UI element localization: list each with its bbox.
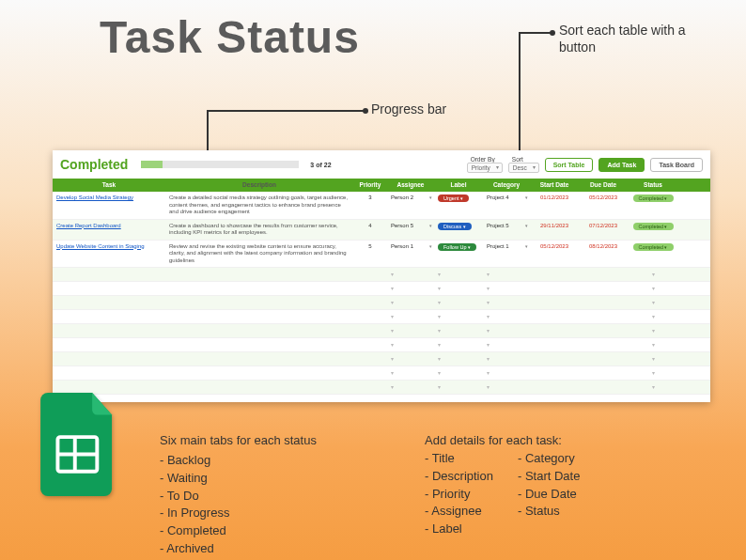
callout-sort: Sort each table with a button bbox=[559, 23, 691, 55]
table-row-empty[interactable]: ▾▾▾▾ bbox=[53, 282, 710, 296]
order-by-label: Order By bbox=[471, 156, 503, 163]
sort-dir-select[interactable]: Desc bbox=[508, 163, 539, 173]
task-priority[interactable]: 3 bbox=[353, 192, 387, 219]
col-due-date: Due Date bbox=[579, 179, 628, 192]
task-due-date[interactable]: 07/12/2023 bbox=[579, 220, 628, 240]
tab-list-item: - Backlog bbox=[160, 452, 317, 470]
detail-item: - Due Date bbox=[518, 486, 580, 504]
tabs-header: Six main tabs for each status bbox=[160, 432, 317, 450]
task-label[interactable]: Urgent bbox=[434, 192, 483, 219]
task-description: Create a detailed social media strategy … bbox=[165, 192, 353, 219]
tab-list-item: - To Do bbox=[160, 488, 317, 506]
task-assignee[interactable]: Person 1 bbox=[387, 241, 434, 268]
task-label[interactable]: Follow Up bbox=[434, 241, 483, 268]
callout-line bbox=[519, 32, 552, 34]
table-row-empty[interactable]: ▾▾▾▾ bbox=[53, 381, 710, 395]
task-start-date[interactable]: 05/12/2023 bbox=[530, 241, 579, 268]
col-category: Category bbox=[483, 179, 530, 192]
task-due-date[interactable]: 08/12/2023 bbox=[579, 241, 628, 268]
detail-item: - Priority bbox=[425, 486, 493, 504]
table-row-empty[interactable]: ▾▾▾▾ bbox=[53, 296, 710, 310]
task-status[interactable]: Completed bbox=[628, 192, 678, 219]
col-start-date: Start Date bbox=[530, 179, 579, 192]
task-link[interactable]: Create Report Dashboard bbox=[56, 223, 121, 228]
detail-item: - Status bbox=[518, 503, 580, 521]
table-row-empty[interactable]: ▾▾▾▾ bbox=[53, 352, 710, 366]
detail-item: - Start Date bbox=[518, 468, 580, 486]
detail-item: - Category bbox=[518, 450, 580, 468]
task-status[interactable]: Completed bbox=[628, 220, 678, 240]
task-priority[interactable]: 4 bbox=[353, 220, 387, 240]
tab-list-item: - In Progress bbox=[160, 505, 317, 522]
tab-list-item: - Waiting bbox=[160, 470, 317, 488]
task-category[interactable]: Project 4 bbox=[483, 192, 530, 219]
task-link[interactable]: Develop Social Media Strategy bbox=[56, 194, 133, 200]
col-task: Task bbox=[53, 179, 165, 192]
task-label[interactable]: Discuss bbox=[434, 220, 483, 240]
table-row[interactable]: Create Report DashboardCreate a dashboar… bbox=[53, 220, 710, 241]
col-assignee: Assignee bbox=[387, 179, 434, 192]
detail-item: - Label bbox=[425, 521, 493, 538]
table-row-empty[interactable]: ▾▾▾▾ bbox=[53, 338, 710, 352]
table-row[interactable]: Update Website Content in StagingReview … bbox=[53, 241, 710, 269]
task-category[interactable]: Project 1 bbox=[483, 241, 530, 268]
tab-list-item: - Archived bbox=[160, 540, 317, 558]
task-category[interactable]: Project 5 bbox=[483, 220, 530, 240]
task-due-date[interactable]: 05/12/2023 bbox=[579, 192, 628, 219]
task-start-date[interactable]: 01/12/2023 bbox=[530, 192, 579, 219]
progress-bar bbox=[141, 161, 299, 168]
col-priority: Priority bbox=[353, 179, 387, 192]
task-status[interactable]: Completed bbox=[628, 241, 678, 268]
table-row-empty[interactable]: ▾▾▾▾ bbox=[53, 310, 710, 324]
details-header: Add details for each task: bbox=[425, 432, 580, 450]
task-description: Create a dashboard to showcase the resul… bbox=[165, 220, 353, 240]
col-status: Status bbox=[628, 179, 678, 192]
details-description: Add details for each task: - Title- Desc… bbox=[425, 432, 580, 538]
sheet-toolbar: Completed 3 of 22 Order By Priority Sort… bbox=[53, 150, 710, 179]
task-priority[interactable]: 5 bbox=[353, 241, 387, 268]
tab-list-item: - Completed bbox=[160, 522, 317, 540]
table-header-row: Task Description Priority Assignee Label… bbox=[53, 179, 710, 192]
callout-line bbox=[207, 110, 365, 112]
sort-table-button[interactable]: Sort Table bbox=[545, 158, 594, 172]
col-label: Label bbox=[434, 179, 483, 192]
progress-label: 3 of 22 bbox=[310, 162, 331, 168]
add-task-button[interactable]: Add Task bbox=[598, 158, 645, 172]
task-description: Review and revise the existing website c… bbox=[165, 241, 353, 268]
task-link[interactable]: Update Website Content in Staging bbox=[56, 243, 145, 249]
order-by-select[interactable]: Priority bbox=[467, 163, 503, 173]
task-assignee[interactable]: Person 2 bbox=[387, 192, 434, 219]
sheet-title: Completed bbox=[60, 157, 128, 172]
progress-bar-fill bbox=[141, 161, 163, 168]
table-row-empty[interactable]: ▾▾▾▾ bbox=[53, 366, 710, 381]
col-description: Description bbox=[165, 179, 353, 192]
page-title: Task Status bbox=[100, 11, 360, 63]
detail-item: - Description bbox=[425, 468, 493, 486]
sort-dir-label: Sort bbox=[512, 156, 539, 163]
callout-line bbox=[519, 32, 521, 158]
spreadsheet-panel: Completed 3 of 22 Order By Priority Sort… bbox=[53, 150, 710, 402]
task-start-date[interactable]: 29/11/2023 bbox=[530, 220, 579, 240]
table-row-empty[interactable]: ▾▾▾▾ bbox=[53, 268, 710, 282]
detail-item: - Assignee bbox=[425, 503, 493, 521]
google-sheets-icon bbox=[39, 393, 120, 496]
detail-item: - Title bbox=[425, 450, 493, 468]
table-row[interactable]: Develop Social Media StrategyCreate a de… bbox=[53, 192, 710, 220]
tabs-description: Six main tabs for each status - Backlog-… bbox=[160, 432, 317, 558]
task-assignee[interactable]: Person 5 bbox=[387, 220, 434, 240]
callout-progress: Progress bar bbox=[371, 101, 446, 117]
task-board-button[interactable]: Task Board bbox=[650, 158, 703, 172]
table-row-empty[interactable]: ▾▾▾▾ bbox=[53, 324, 710, 338]
table-body: Develop Social Media StrategyCreate a de… bbox=[53, 192, 710, 395]
